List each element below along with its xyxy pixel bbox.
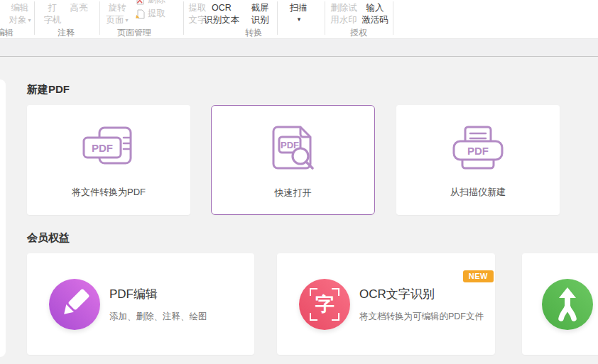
ocr-scan-text-icon: 字 <box>299 279 350 330</box>
card-convert-file-to-pdf[interactable]: PDF 将文件转换为PDF <box>27 105 190 215</box>
extract-page-icon <box>135 9 145 19</box>
section-title-new-pdf: 新建PDF <box>27 82 70 96</box>
card-quick-open[interactable]: PDF 快速打开 <box>211 105 375 215</box>
divider <box>277 1 278 35</box>
ribbon-group-label-page-management: 页面管理 <box>116 27 153 39</box>
divider <box>325 1 325 35</box>
chevron-down-icon: ▾ <box>125 17 128 23</box>
ribbon-group-label-edit: 编辑 <box>0 27 19 39</box>
rotate-pages-button[interactable]: 旋转 页面▾ <box>102 2 133 27</box>
app-window: 编辑 对象▾ 打 字机 高亮 旋转 页面▾ 删除 <box>0 0 598 364</box>
card-label: 将文件转换为PDF <box>72 186 146 199</box>
benefit-title: PDF编辑 <box>109 287 207 302</box>
svg-text:PDF: PDF <box>467 145 489 157</box>
ribbon-group-label-convert: 转换 <box>239 27 268 39</box>
ocr-recognize-text-button[interactable]: OCR 识别文本 <box>201 2 242 26</box>
delete-page-icon <box>135 0 145 5</box>
screenshot-recognition-button[interactable]: 截屏 识别 <box>248 2 272 26</box>
typewriter-button[interactable]: 打 字机 <box>40 2 65 26</box>
merge-arrows-icon <box>542 279 593 330</box>
extract-pages-button[interactable]: 提取 <box>135 8 165 20</box>
convert-to-pdf-icon: PDF <box>81 126 136 170</box>
quick-open-pdf-icon: PDF <box>270 125 317 173</box>
card-label: 从扫描仪新建 <box>450 186 506 199</box>
edit-object-line2: 对象▾ <box>9 14 31 28</box>
divider <box>34 1 35 35</box>
delete-pages-button[interactable]: 删除 <box>135 0 165 6</box>
left-peek-card-edge <box>0 79 6 357</box>
enter-activation-code-button[interactable]: 输入 激活码 <box>359 2 391 26</box>
benefit-subtitle: 将文档转换为可编辑的PDF文件 <box>359 311 484 322</box>
card-partial-right[interactable] <box>522 253 598 355</box>
card-pdf-edit[interactable]: PDF编辑 添加、删除、注释、绘图 <box>27 253 254 355</box>
ribbon-group-label-annotate: 注释 <box>52 27 80 39</box>
edit-object-line1: 编辑 <box>11 2 29 14</box>
card-label: 快速打开 <box>275 187 312 199</box>
benefit-title: OCR文字识别 <box>359 287 484 302</box>
divider <box>183 1 184 35</box>
scanner-pdf-icon: PDF <box>450 126 506 171</box>
ribbon-lower-band <box>0 39 598 57</box>
card-ocr-text-recognition[interactable]: NEW 字 OCR文字识别 将文档转换为可编辑的PDF文件 <box>277 253 495 355</box>
ribbon-toolbar: 编辑 对象▾ 打 字机 高亮 旋转 页面▾ 删除 <box>0 0 598 39</box>
edit-object-button[interactable]: 编辑 对象▾ <box>5 2 35 27</box>
chevron-down-icon: ▾ <box>298 13 301 26</box>
section-title-member-benefits: 会员权益 <box>27 231 70 245</box>
new-badge: NEW <box>463 270 494 282</box>
scan-button[interactable]: 扫描 ▾ <box>287 2 310 26</box>
card-new-from-scanner[interactable]: PDF 从扫描仪新建 <box>396 105 560 215</box>
pencil-icon <box>49 279 100 330</box>
ribbon-group-label-authorization: 授权 <box>344 27 373 39</box>
divider <box>393 1 393 35</box>
highlight-button[interactable]: 高亮 <box>67 2 90 14</box>
svg-text:PDF: PDF <box>92 142 113 154</box>
remove-trial-watermark-button[interactable]: 删除试 用水印 <box>329 2 359 26</box>
divider <box>99 1 100 35</box>
benefit-subtitle: 添加、删除、注释、绘图 <box>109 311 207 322</box>
chevron-down-icon: ▾ <box>28 17 31 23</box>
